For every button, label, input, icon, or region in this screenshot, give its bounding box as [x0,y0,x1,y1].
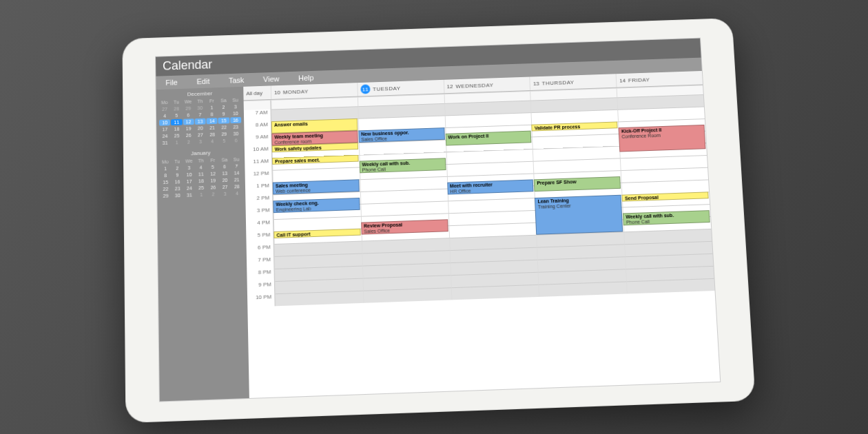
mini-cal-day[interactable]: 7 [194,112,205,118]
mini-cal-day[interactable]: 24 [184,185,195,192]
mini-cal-day[interactable]: 21 [207,125,218,131]
mini-cal-day[interactable]: 13 [194,118,205,125]
mini-cal-day[interactable]: 18 [196,178,207,184]
mini-cal-day[interactable]: 19 [183,125,194,132]
mini-cal-day[interactable]: 26 [183,132,194,138]
mini-cal-day[interactable]: 27 [219,184,230,190]
time-cell[interactable] [451,285,539,300]
mini-cal-day[interactable]: 23 [230,124,241,130]
mini-cal-day[interactable]: 29 [183,105,194,112]
mini-cal-day[interactable]: 21 [231,176,242,183]
mini-cal-day[interactable]: 20 [219,177,230,183]
mini-cal-day[interactable]: 4 [159,113,170,119]
mini-cal-day[interactable]: 27 [195,132,206,138]
mini-cal-day[interactable]: 5 [218,138,229,144]
mini-cal-dow: Tu [172,158,183,165]
mini-cal-day[interactable]: 15 [218,117,229,123]
mini-cal-day[interactable]: 3 [220,191,231,197]
mini-cal-day[interactable]: 10 [183,172,194,178]
mini-cal-day[interactable]: 28 [207,132,218,138]
day-number: 14 [619,77,626,83]
mini-cal-day[interactable]: 31 [184,192,195,198]
mini-cal-day[interactable]: 1 [160,165,171,172]
time-cell[interactable] [539,281,627,297]
mini-calendar[interactable]: DecemberMoTuWeThFrSaSu272829301234567891… [159,90,242,146]
mini-cal-day[interactable]: 28 [171,105,182,112]
mini-cal-day[interactable]: 8 [206,111,217,117]
mini-cal-day[interactable]: 9 [218,111,229,117]
calendar-event[interactable]: Kick-Off Project IIConference Room [619,125,706,152]
mini-cal-day[interactable]: 15 [160,179,171,185]
mini-cal-day[interactable]: 4 [231,190,242,196]
mini-cal-day[interactable]: 11 [171,119,182,125]
mini-cal-day[interactable]: 2 [218,104,229,110]
mini-cal-day[interactable]: 17 [159,126,170,132]
menu-file[interactable]: File [165,79,178,87]
mini-cal-day[interactable]: 6 [230,137,241,143]
mini-cal-day[interactable]: 14 [231,169,242,176]
mini-cal-day[interactable]: 10 [159,119,170,125]
time-grid[interactable]: 7 AM8 AM9 AM10 AM11 AM12 PM1 PM2 PM3 PM4… [244,85,721,398]
hour-label: 6 PM [247,244,274,257]
mini-cal-day[interactable]: 2 [172,165,183,171]
mini-cal-day[interactable]: 5 [171,112,182,118]
time-cell[interactable] [363,287,451,303]
mini-cal-day[interactable]: 14 [207,118,218,124]
hour-label: 9 PM [247,281,276,295]
mini-calendar[interactable]: JanuaryMoTuWeThFrSaSu1234567891011121314… [160,149,243,199]
mini-cal-day[interactable]: 29 [160,193,171,199]
mini-cal-day[interactable]: 29 [218,131,229,137]
mini-cal-day[interactable]: 22 [160,186,171,192]
time-cell[interactable] [275,291,363,307]
time-cell[interactable] [626,278,714,294]
mini-cal-day[interactable]: 3 [230,103,241,110]
mini-cal-day[interactable]: 26 [207,184,218,190]
week-view[interactable]: All day 10MONDAY11TUESDAY12WEDNESDAY13TH… [243,71,720,398]
menu-edit[interactable]: Edit [196,77,209,85]
mini-cal-day[interactable]: 25 [196,185,207,191]
calendar-event[interactable]: Lean TrainingTraining Center [535,195,623,235]
menu-help[interactable]: Help [298,74,314,82]
mini-cal-day[interactable]: 12 [183,118,194,125]
mini-cal-day[interactable]: 1 [196,192,207,198]
mini-cal-dow: Th [195,157,206,163]
mini-cal-day[interactable]: 16 [230,117,241,123]
mini-cal-day[interactable]: 17 [184,178,195,185]
menu-view[interactable]: View [263,74,280,83]
mini-cal-day[interactable]: 30 [172,192,183,198]
mini-cal-day[interactable]: 11 [196,171,207,177]
hour-label: 12 PM [245,170,273,183]
mini-cal-day[interactable]: 18 [171,126,182,132]
mini-cal-day[interactable]: 12 [207,171,218,177]
mini-cal-day[interactable]: 1 [172,139,183,145]
mini-cal-day[interactable]: 27 [159,106,170,112]
menu-task[interactable]: Task [229,76,245,84]
mini-cal-day[interactable]: 9 [172,172,183,178]
mini-cal-day[interactable]: 3 [195,138,206,145]
mini-cal-day[interactable]: 22 [218,124,229,130]
mini-cal-day[interactable]: 23 [172,185,183,192]
mini-cal-day[interactable]: 10 [230,110,241,116]
mini-cal-day[interactable]: 2 [183,139,194,145]
mini-cal-day[interactable]: 24 [159,133,170,139]
mini-cal-day[interactable]: 1 [206,104,217,110]
mini-cal-day[interactable]: 2 [207,191,218,197]
mini-cal-day[interactable]: 30 [230,130,241,136]
mini-cal-day[interactable]: 25 [171,132,182,138]
hour-label: 9 AM [245,134,272,147]
mini-cal-day[interactable]: 8 [160,172,171,178]
mini-cal-day[interactable]: 4 [207,138,218,144]
mini-cal-day[interactable]: 7 [231,163,242,169]
mini-cal-day[interactable]: 6 [183,112,194,118]
mini-cal-day[interactable]: 30 [194,105,205,111]
mini-cal-day[interactable]: 13 [219,170,230,176]
mini-cal-day[interactable]: 5 [207,164,218,170]
mini-cal-day[interactable]: 20 [195,125,206,131]
mini-cal-day[interactable]: 16 [172,178,183,185]
mini-cal-day[interactable]: 19 [207,177,218,183]
mini-cal-day[interactable]: 28 [231,183,242,189]
mini-cal-day[interactable]: 31 [159,140,170,146]
mini-cal-day[interactable]: 4 [195,164,206,170]
mini-cal-day[interactable]: 6 [219,163,230,169]
mini-cal-day[interactable]: 3 [183,165,194,171]
